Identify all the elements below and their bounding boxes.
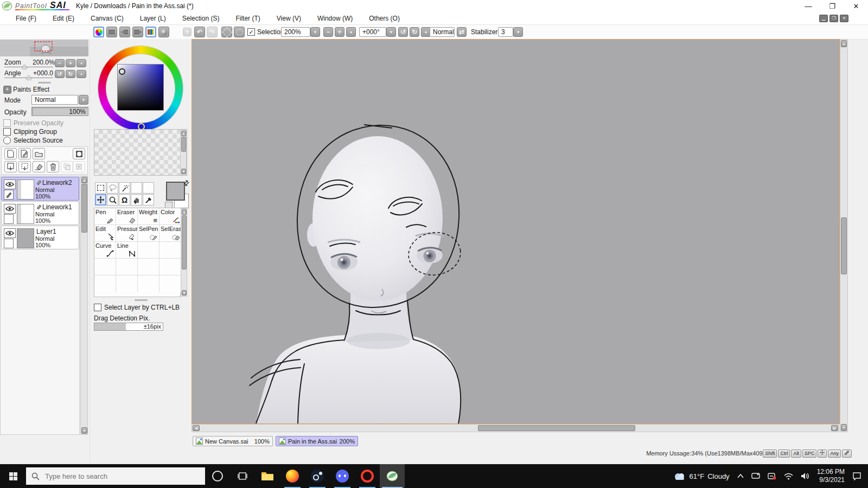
new-layer-button[interactable] bbox=[4, 148, 17, 159]
stabilizer-combobox[interactable]: 3 bbox=[498, 27, 513, 37]
layer-row-linework1[interactable]: Linework1 Normal 100% bbox=[1, 201, 79, 225]
tray-volume-button[interactable] bbox=[801, 472, 809, 480]
menu-window[interactable]: Window (W) bbox=[309, 13, 361, 24]
navigator-angle-slider-thumb[interactable] bbox=[26, 75, 31, 80]
pen-status-button[interactable] bbox=[842, 450, 852, 458]
menu-filter[interactable]: Filter (T) bbox=[227, 13, 268, 24]
scroll-up-icon[interactable]: ▲ bbox=[81, 177, 87, 183]
tray-display-button[interactable] bbox=[751, 473, 760, 480]
angle-dropdown-button[interactable]: ▼ bbox=[386, 27, 396, 37]
marquee-tool[interactable] bbox=[95, 182, 106, 194]
new-linework-layer-button[interactable] bbox=[18, 148, 31, 159]
nav-zoom-out-button[interactable]: − bbox=[55, 59, 65, 67]
scroll-down-icon[interactable]: ▼ bbox=[81, 427, 87, 434]
scrollbar-thumb[interactable] bbox=[841, 217, 847, 274]
nav-rotate-cw-button[interactable]: ↻ bbox=[66, 70, 75, 78]
layer-edit-target-checkbox[interactable] bbox=[4, 190, 14, 200]
zoom-reset-button[interactable]: ▪ bbox=[346, 27, 356, 37]
mdi-minimize-icon[interactable]: ▁ bbox=[819, 15, 828, 22]
panel-splitter-handle[interactable] bbox=[135, 299, 148, 301]
zoom-combobox[interactable]: 200% bbox=[281, 27, 310, 37]
opacity-slider[interactable]: 100% bbox=[31, 107, 88, 116]
undo-button[interactable]: ↶ bbox=[194, 27, 205, 37]
scrollbar-thumb[interactable] bbox=[182, 215, 187, 269]
transfer-down-button[interactable] bbox=[4, 161, 17, 172]
nav-zoom-in-button[interactable]: + bbox=[66, 59, 75, 67]
mdi-restore-icon[interactable]: ❐ bbox=[829, 15, 838, 22]
alt-key-button[interactable]: Alt bbox=[791, 450, 801, 458]
tray-network-button[interactable] bbox=[784, 473, 793, 480]
flip-view-button[interactable]: ⇄ bbox=[457, 27, 467, 37]
zoom-tool[interactable] bbox=[107, 194, 118, 206]
nav-rotate-ccw-button[interactable]: ↺ bbox=[55, 70, 65, 78]
navigator-zoom-slider[interactable] bbox=[4, 67, 53, 67]
layer-visibility-toggle[interactable] bbox=[4, 204, 16, 214]
tool-pressure[interactable]: Pressure bbox=[116, 225, 138, 242]
scrollbar-thumb[interactable] bbox=[478, 425, 635, 431]
layer-row-linework2[interactable]: Linework2 Normal 100% bbox=[1, 177, 79, 201]
layer-visibility-toggle[interactable] bbox=[4, 228, 16, 238]
selection-source-radio[interactable] bbox=[3, 137, 11, 144]
any-key-button[interactable]: Any bbox=[828, 450, 841, 458]
tool-grid-scrollbar[interactable]: ▲ ▼ bbox=[181, 208, 187, 297]
clipping-group-row[interactable]: Clipping Group bbox=[3, 128, 57, 136]
sv-marker-icon[interactable] bbox=[119, 68, 125, 75]
rotate-ccw-button[interactable]: ↺ bbox=[398, 27, 408, 37]
scrollbar-thumb[interactable] bbox=[81, 184, 87, 233]
canvas-h-scrollbar[interactable]: ◀ ▶ bbox=[192, 424, 839, 432]
ctrl-key-button[interactable]: Ctrl bbox=[778, 450, 790, 458]
scratchpad-button[interactable] bbox=[158, 27, 169, 37]
file-explorer-button[interactable] bbox=[255, 464, 280, 488]
maximize-button[interactable]: ❐ bbox=[820, 0, 844, 12]
dpad-key-button[interactable] bbox=[818, 450, 827, 458]
new-folder-button[interactable] bbox=[33, 148, 45, 159]
action-center-button[interactable] bbox=[852, 472, 861, 480]
tab-new-canvas[interactable]: New Canvas.sai 100% bbox=[193, 436, 273, 446]
invert-selection-button[interactable] bbox=[234, 27, 245, 37]
selection-source-row[interactable]: Selection Source bbox=[3, 137, 63, 144]
mdi-close-icon[interactable]: ✕ bbox=[840, 15, 848, 22]
steam-button[interactable] bbox=[305, 464, 330, 488]
sv-square[interactable] bbox=[117, 64, 164, 111]
drag-detection-slider[interactable]: ±16pix bbox=[94, 323, 163, 331]
scroll-up-icon[interactable]: ▲ bbox=[841, 40, 847, 47]
layer-mask-button[interactable] bbox=[73, 148, 85, 159]
stabilizer-dropdown-button[interactable]: ▼ bbox=[513, 27, 523, 37]
scroll-up-icon[interactable]: ▲ bbox=[181, 131, 186, 136]
rotate-cw-button[interactable]: ↻ bbox=[410, 27, 419, 37]
menu-edit[interactable]: Edit (E) bbox=[44, 13, 82, 24]
taskbar-clock[interactable]: 12:06 PM 9/3/2021 bbox=[817, 468, 845, 484]
navigator-zoom-slider-thumb[interactable] bbox=[22, 65, 27, 69]
canvas-v-scrollbar[interactable]: ▲ ▼ bbox=[840, 39, 848, 432]
menu-selection[interactable]: Selection (S) bbox=[174, 13, 228, 24]
cortana-button[interactable] bbox=[205, 464, 230, 488]
paints-effect-expand-icon[interactable]: + bbox=[3, 86, 11, 94]
tool-pen[interactable]: Pen bbox=[94, 208, 116, 225]
tool-color[interactable]: Color bbox=[159, 208, 181, 225]
task-view-button[interactable] bbox=[230, 464, 255, 488]
scroll-down-icon[interactable]: ▼ bbox=[841, 424, 847, 431]
firefox-button[interactable] bbox=[280, 464, 305, 488]
preserve-opacity-checkbox[interactable] bbox=[3, 119, 11, 127]
spc-key-button[interactable]: SPC bbox=[802, 450, 817, 458]
tool-seleras[interactable]: SelEras bbox=[159, 225, 181, 242]
tool-edit[interactable]: Edit bbox=[94, 225, 116, 242]
delete-layer-button[interactable] bbox=[47, 161, 59, 172]
layer-thumbnail[interactable] bbox=[17, 228, 34, 248]
preserve-opacity-row[interactable]: Preserve Opacity bbox=[3, 119, 63, 127]
zoom-in-button[interactable]: + bbox=[335, 27, 344, 37]
menu-layer[interactable]: Layer (L) bbox=[132, 13, 174, 24]
taskbar-search[interactable] bbox=[26, 467, 205, 485]
selection-checkbox-row[interactable]: ✓ Selection bbox=[247, 28, 284, 36]
tab-pain-in-the-ass[interactable]: Pain in the Ass.sai 200% bbox=[276, 436, 358, 446]
navigator-thumbnail[interactable] bbox=[0, 40, 88, 56]
layer-edit-target-checkbox[interactable] bbox=[4, 239, 14, 248]
clear-layer-button[interactable] bbox=[33, 161, 45, 172]
opera-button[interactable] bbox=[355, 464, 380, 488]
tray-security-button[interactable] bbox=[768, 472, 776, 480]
menu-view[interactable]: View (V) bbox=[269, 13, 309, 24]
mode-combobox[interactable]: Normal bbox=[31, 95, 78, 105]
scroll-left-icon[interactable]: ◀ bbox=[193, 425, 200, 431]
menu-others[interactable]: Others (O) bbox=[361, 13, 408, 24]
menu-file[interactable]: File (F) bbox=[8, 13, 44, 24]
